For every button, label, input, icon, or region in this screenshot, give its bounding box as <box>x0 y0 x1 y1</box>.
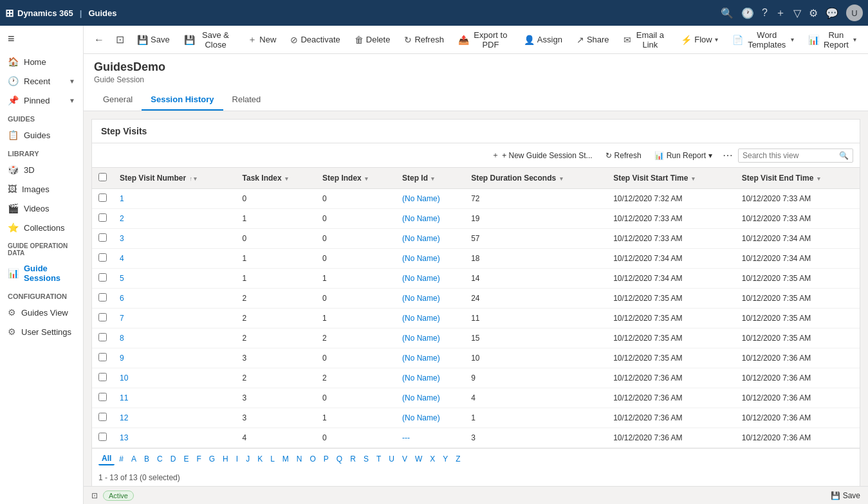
new-button[interactable]: ＋ New <box>241 30 282 50</box>
panel-run-report-btn[interactable]: 📊 Run Report ▾ <box>649 148 717 163</box>
share-button[interactable]: ↗ Share <box>570 31 616 49</box>
step-visit-number-cell[interactable]: 10 <box>120 374 128 382</box>
sidebar-item-pinned[interactable]: 📌 Pinned ▼ <box>0 91 83 110</box>
panel-refresh-btn[interactable]: ↻ Refresh <box>600 148 647 163</box>
row-checkbox[interactable] <box>98 194 107 202</box>
step-visit-number-cell[interactable]: 1 <box>120 194 124 203</box>
page-letter[interactable]: X <box>427 453 438 465</box>
page-letter[interactable]: G <box>206 453 218 465</box>
row-checkbox[interactable] <box>98 433 107 441</box>
sidebar-item-guide-sessions[interactable]: 📊 Guide Sessions <box>0 259 83 287</box>
page-letter[interactable]: P <box>320 453 332 465</box>
page-letter[interactable]: Q <box>333 453 346 465</box>
col-task-index[interactable]: Task Index ▾ <box>236 168 317 189</box>
row-checkbox[interactable] <box>98 273 107 282</box>
page-letter[interactable]: V <box>399 453 411 465</box>
step-id-cell[interactable]: (No Name) <box>402 214 440 223</box>
step-id-cell[interactable]: (No Name) <box>402 374 440 382</box>
word-templates-button[interactable]: 📄 Word Templates ▾ <box>726 26 800 53</box>
page-letter[interactable]: K <box>254 453 266 465</box>
step-visit-number-cell[interactable]: 3 <box>120 234 124 243</box>
page-letter[interactable]: S <box>360 453 372 465</box>
sidebar-item-home[interactable]: 🏠 Home <box>0 52 83 71</box>
sidebar-item-guides[interactable]: 📋 Guides <box>0 125 83 145</box>
row-checkbox[interactable] <box>98 333 107 341</box>
page-letter[interactable]: H <box>219 453 232 465</box>
search-icon[interactable]: 🔍 <box>721 7 734 19</box>
avatar[interactable]: U <box>846 4 863 21</box>
page-letter[interactable]: M <box>279 453 292 465</box>
page-letter[interactable]: B <box>141 453 152 465</box>
row-checkbox[interactable] <box>98 413 107 421</box>
sidebar-item-images[interactable]: 🖼 Images <box>0 179 83 199</box>
row-checkbox[interactable] <box>98 353 107 361</box>
delete-button[interactable]: 🗑 Delete <box>348 31 397 49</box>
step-id-cell[interactable]: (No Name) <box>402 413 440 422</box>
step-visit-number-cell[interactable]: 12 <box>120 413 128 422</box>
step-visit-number-cell[interactable]: 4 <box>120 254 124 263</box>
step-visit-number-cell[interactable]: 2 <box>120 214 124 223</box>
step-id-cell[interactable]: (No Name) <box>402 234 440 243</box>
sidebar-item-user-settings[interactable]: ⚙ User Settings <box>0 322 83 341</box>
col-end-time[interactable]: Step Visit End Time ▾ <box>735 168 860 189</box>
settings-icon[interactable]: ⚙ <box>809 7 818 19</box>
question-icon[interactable]: ? <box>762 7 768 19</box>
page-letter[interactable]: J <box>243 453 253 465</box>
tab-related[interactable]: Related <box>223 89 270 111</box>
page-letter[interactable]: N <box>293 453 306 465</box>
back-button[interactable]: ← <box>89 30 109 50</box>
step-visit-number-cell[interactable]: 5 <box>120 274 124 283</box>
col-duration[interactable]: Step Duration Seconds ▾ <box>465 168 607 189</box>
sidebar-item-recent[interactable]: 🕐 Recent ▼ <box>0 71 83 91</box>
page-letter[interactable]: # <box>116 453 127 465</box>
app-grid-icon[interactable]: ⊞ <box>5 7 14 19</box>
deactivate-button[interactable]: ⊘ Deactivate <box>284 31 346 49</box>
step-id-cell[interactable]: (No Name) <box>402 314 440 323</box>
page-letter[interactable]: All <box>98 453 115 465</box>
hamburger-btn[interactable]: ≡ <box>0 26 83 52</box>
page-letter[interactable]: L <box>267 453 278 465</box>
row-checkbox[interactable] <box>98 373 107 381</box>
page-letter[interactable]: W <box>412 453 425 465</box>
step-visit-number-cell[interactable]: 9 <box>120 354 124 363</box>
search-input[interactable] <box>743 151 839 160</box>
step-id-cell[interactable]: (No Name) <box>402 294 440 303</box>
step-id-cell[interactable]: (No Name) <box>402 274 440 283</box>
step-visit-number-cell[interactable]: 7 <box>120 314 124 323</box>
tab-session-history[interactable]: Session History <box>142 89 223 111</box>
step-id-cell[interactable]: (No Name) <box>402 254 440 263</box>
plus-icon[interactable]: ＋ <box>775 6 786 20</box>
step-id-cell[interactable]: (No Name) <box>402 194 440 203</box>
row-checkbox[interactable] <box>98 393 107 401</box>
status-expand-icon[interactable]: ⊡ <box>91 491 98 500</box>
expand-button[interactable]: ⊡ <box>111 30 129 50</box>
page-letter[interactable]: C <box>154 453 166 465</box>
sidebar-item-3d[interactable]: 🎲 3D <box>0 160 83 179</box>
page-letter[interactable]: Y <box>439 453 451 465</box>
help-icon[interactable]: 💬 <box>826 7 838 19</box>
save-button[interactable]: 💾 Save <box>131 31 176 49</box>
page-letter[interactable]: A <box>128 453 140 465</box>
step-visit-number-cell[interactable]: 13 <box>120 433 128 442</box>
step-visit-number-cell[interactable]: 11 <box>120 393 128 402</box>
row-checkbox[interactable] <box>98 233 107 242</box>
page-letter[interactable]: T <box>373 453 384 465</box>
sidebar-item-collections[interactable]: ⭐ Collections <box>0 218 83 237</box>
page-letter[interactable]: Z <box>452 453 463 465</box>
email-link-button[interactable]: ✉ Email a Link <box>617 26 674 53</box>
filter-icon[interactable]: ▽ <box>793 7 801 19</box>
tab-general[interactable]: General <box>94 89 142 111</box>
export-pdf-button[interactable]: 📤 Export to PDF <box>452 26 516 53</box>
step-visit-number-cell[interactable]: 6 <box>120 294 124 303</box>
page-letter[interactable]: R <box>347 453 359 465</box>
step-id-cell[interactable]: (No Name) <box>402 354 440 363</box>
step-id-cell[interactable]: --- <box>402 433 410 442</box>
row-checkbox[interactable] <box>98 293 107 302</box>
refresh-button[interactable]: ↻ Refresh <box>398 31 450 49</box>
page-letter[interactable]: O <box>307 453 319 465</box>
save-close-button[interactable]: 💾 Save & Close <box>178 26 241 53</box>
new-guide-session-btn[interactable]: ＋ + New Guide Session St... <box>486 147 597 163</box>
col-step-visit-number[interactable]: Step Visit Number ↑▾ <box>113 168 236 189</box>
page-letter[interactable]: D <box>167 453 180 465</box>
col-start-time[interactable]: Step Visit Start Time ▾ <box>607 168 735 189</box>
